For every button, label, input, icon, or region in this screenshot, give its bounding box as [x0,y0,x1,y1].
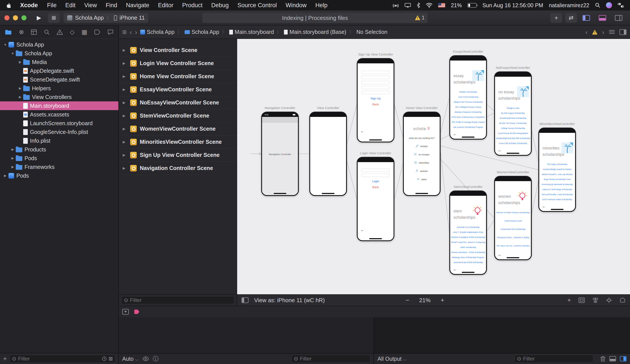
link-gertrude-cox-scholarship[interactable]: Gertrude Cox Scholarship [451,226,485,229]
add-file-button[interactable]: + [3,355,7,363]
scheme-selector[interactable]: Schola App 〉 iPhone 11 [64,13,148,23]
scene-title-view[interactable]: View Controller [317,106,339,110]
text-field[interactable] [362,86,390,89]
disclosure-triangle-icon[interactable]: ▶ [123,61,130,65]
link-women-and-minor-stem-scholarship[interactable]: Women and Minor...STEM Scholarship [451,251,485,254]
link-gmis-scholarship[interactable]: GMiS Scholarship [451,246,485,249]
text-field[interactable] [362,76,390,79]
project-navigator-icon[interactable] [5,29,12,35]
disclosure-triangle-icon[interactable]: ▶ [123,74,130,78]
menu-app-name[interactable]: Xcode [20,2,38,9]
scene-row-login-view-controller-scene[interactable]: ▶Login View Controller Scene [119,57,237,70]
zoom-in-button[interactable]: + [440,297,444,304]
menu-navigate[interactable]: Navigate [126,2,150,8]
option-no-essays[interactable]: no essays [404,150,440,159]
disclosure-triangle-icon[interactable]: ▶ [123,48,130,52]
scheme-device-name[interactable]: iPhone 11 [120,14,145,21]
link-hurston-wright-award-for-writers[interactable]: Hurston/Wright Award for Writers [540,168,574,171]
report-navigator-icon[interactable] [108,29,114,35]
phone-navigation[interactable]: Navigation Controller9:41Navigation Cont… [261,112,299,196]
hotspot-icon[interactable] [393,3,399,8]
menu-source-control[interactable]: Source Control [237,2,277,8]
menu-edit[interactable]: Edit [66,2,76,8]
outline-filter-input[interactable] [130,297,232,303]
debug-navigator-icon[interactable]: ▦ [82,28,87,36]
text-field[interactable] [362,169,390,172]
back-arrow-button[interactable]: ← [453,132,457,136]
window-minimize-button[interactable] [13,15,18,20]
window-zoom-button[interactable] [22,15,26,20]
zoom-out-button[interactable]: − [406,297,409,304]
scene-title-noessay[interactable]: NoEssayViewController [496,66,530,69]
tree-item-frameworks[interactable]: ▶Frameworks [0,163,118,171]
menu-help[interactable]: Help [316,2,328,8]
disclosure-triangle-icon[interactable]: ▶ [123,153,130,157]
bluetooth-icon[interactable] [417,2,420,8]
editor-options-icon[interactable] [608,29,615,35]
view-as-device-button[interactable]: View as: iPhone 11 (wC hR) [254,297,325,304]
run-button[interactable]: ▶ [33,13,45,23]
tree-item-view-controllers[interactable]: ▶View Controllers [0,93,118,101]
test-navigator-icon[interactable]: ◇ [70,28,74,36]
disclosure-triangle-icon[interactable]: ▶ [10,156,16,160]
phone-login[interactable]: Login View ControllerLoginBack← [357,157,394,241]
display-mirroring-icon[interactable] [404,3,411,8]
option-minorities[interactable]: minorities [404,159,440,167]
disclosure-triangle-icon[interactable]: ▶ [17,86,23,90]
scene-title-login[interactable]: Login View Controller [360,151,391,155]
link-pledge-to-vote[interactable]: Pledge to Vote [496,107,530,110]
tree-item-pods[interactable]: ▶Pods [0,154,118,163]
tree-item-googleservice-info-plist[interactable]: GoogleService-Info.plist [0,128,118,136]
back-arrow-button[interactable]: ← [453,267,457,271]
menu-window[interactable]: Window [286,2,307,8]
link-anne-ford-scholarship[interactable]: Anne Ford Scholarship [451,96,485,99]
menu-editor[interactable]: Editor [158,2,174,8]
tree-item-helpers[interactable]: ▶Helpers [0,84,118,93]
link-scholarshippoints-10-000-scholarship[interactable]: ScholarshipPoints $10,000 Scholarship [496,137,530,140]
breakpoints-toggle-icon[interactable] [134,309,140,314]
inspector-pane-toggle[interactable] [612,13,626,23]
link-ael-collegiate-essay-contest[interactable]: AEL Collegiate Essay Contest [451,106,485,109]
window-close-button[interactable] [4,15,10,20]
scene-row-home-view-controller-scene[interactable]: ▶Home View Controller Scene [119,70,237,83]
keyboard-language-flag-icon[interactable] [438,3,445,7]
outline-filter-field[interactable]: ⊙ [122,296,234,304]
issue-navigator-icon[interactable] [57,29,63,35]
clear-console-trash-icon[interactable] [600,356,606,362]
link-life-lessons-scholarship-program[interactable]: Life Lessons Scholarship Program [451,126,485,129]
link-local-survey-1-000-sweepstakes[interactable]: Local Survey $1,000 Sweepstakes [496,132,530,135]
debug-pane-toggle[interactable] [596,13,610,23]
scene-row-essayviewcontroller-scene[interactable]: ▶EssayViewController Scene [119,83,237,96]
link-ncwit-award-for-ations-in-computing[interactable]: NCWIT Award for...ations in Computing [451,241,485,244]
link-rhodes-scholarship[interactable]: Rhodes Scholarship [451,91,485,94]
activity-status-view[interactable]: Indexing | Processing files 1 [202,13,428,23]
breadcrumb-schola-app[interactable]: Schola App [184,29,220,35]
menu-debug[interactable]: Debug [211,2,229,8]
navigator-filter-input[interactable] [18,356,100,362]
navigator-pane-toggle[interactable] [579,13,593,23]
tree-item-pods[interactable]: ▶Pods [0,171,118,180]
variables-filter-input[interactable] [300,356,368,362]
tree-item-schola-app[interactable]: ▼Schola App [0,40,118,49]
add-constraints-icon[interactable] [606,297,612,303]
wifi-icon[interactable] [426,3,432,8]
back-arrow-button[interactable]: ← [498,253,502,257]
scene-title-navigation[interactable]: Navigation Controller [265,106,295,110]
phone-view[interactable]: View Controller [309,112,347,196]
link-customized-girl-scholarship[interactable]: Customized Girl Scholarship [496,228,530,231]
scene-title-home[interactable]: Home View Controller [406,106,438,110]
scene-title-stem[interactable]: StemViewController [454,185,482,188]
zoom-level[interactable]: 21% [419,297,430,304]
phone-women[interactable]: WomenViewControllerwomenscholarshipsWome… [494,176,532,260]
button-back[interactable]: Back [358,103,394,106]
siri-icon[interactable] [606,2,612,8]
symbol-navigator-icon[interactable] [31,29,37,35]
back-arrow-button[interactable]: ← [360,228,364,232]
tree-item-scenedelegate-swift[interactable]: SceneDelegate.swift [0,75,118,84]
next-issue-button[interactable]: › [602,28,604,36]
back-button[interactable]: ‹ [130,28,132,36]
disclosure-triangle-icon[interactable]: ▶ [123,166,130,170]
console-pane[interactable]: All Output ⌵ ⊙ [374,317,630,364]
recent-files-clock-icon[interactable] [102,356,107,361]
battery-icon[interactable] [468,3,477,8]
